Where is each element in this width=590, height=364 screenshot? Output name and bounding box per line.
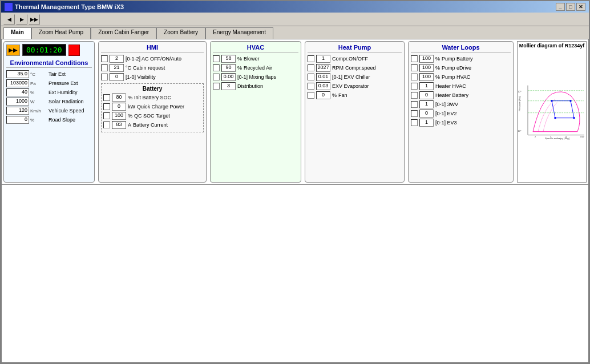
hp-val-3[interactable]: 0.03 <box>316 82 330 90</box>
close-button[interactable]: ✕ <box>576 3 585 11</box>
wl-cb-1[interactable] <box>411 64 418 71</box>
hmi-cb-0[interactable] <box>101 55 108 62</box>
stop-button[interactable] <box>68 45 80 56</box>
hvac-val-0[interactable]: 58 <box>221 55 236 63</box>
bat-cb-2[interactable] <box>103 112 110 119</box>
window-frame: Thermal Management Type BMW iX3 _ □ ✕ ◀ … <box>0 0 590 364</box>
hvac-val-3[interactable]: 3 <box>221 82 236 90</box>
maximize-button[interactable]: □ <box>566 3 575 11</box>
bat-label-2: QC SOC Target <box>134 113 170 119</box>
bat-val-0[interactable]: 80 <box>112 94 126 102</box>
hmi-val-2[interactable]: 0 <box>110 73 124 81</box>
wl-val-6[interactable]: 0 <box>419 110 434 118</box>
env-val-1[interactable]: 103000 <box>6 79 29 87</box>
hvac-row-3: 3 Distribution <box>213 82 298 90</box>
env-val-2[interactable]: 40 <box>6 88 29 96</box>
hvac-panel: HVAC 58 % Blower 90 % Recycled Air 0.00 … <box>210 41 301 183</box>
hp-row-2: 0.01 [0-1] EXV Chiller <box>308 73 402 81</box>
wl-label-7: [0-1] EV3 <box>435 120 457 126</box>
hp-cb-0[interactable] <box>308 55 314 62</box>
wl-cb-3[interactable] <box>411 83 418 90</box>
hvac-unit-0: % <box>237 56 242 62</box>
hp-val-1[interactable]: 2027 <box>316 64 330 72</box>
hvac-cb-1[interactable] <box>213 64 220 71</box>
wl-val-5[interactable]: 1 <box>419 100 434 108</box>
hmi-val-1[interactable]: 21 <box>110 64 124 72</box>
hmi-row-2: 0 [1-0] Visibility <box>101 73 204 81</box>
wl-val-2[interactable]: 100 <box>419 73 434 81</box>
tab-zoom-battery[interactable]: Zoom Battery <box>156 27 205 39</box>
toolbar-btn-1[interactable]: ◀ <box>3 14 15 25</box>
wl-unit-1: % <box>435 65 440 71</box>
svg-point-14 <box>573 117 575 119</box>
hp-cb-2[interactable] <box>308 74 314 80</box>
wl-cb-2[interactable] <box>411 74 418 80</box>
hp-val-4[interactable]: 0 <box>316 91 330 99</box>
tab-zoom-cabin[interactable]: Zoom Cabin Fanger <box>91 27 156 39</box>
hp-cb-1[interactable] <box>308 64 314 71</box>
wl-label-1: Pump eDrive <box>442 65 471 71</box>
bat-cb-1[interactable] <box>103 103 110 110</box>
env-row-2: 40 % Ext Humidity <box>6 88 92 96</box>
top-panels: ▶▶ 00:01:20 Environmental Conditions 35.… <box>2 39 588 185</box>
hp-cb-3[interactable] <box>308 83 314 90</box>
hvac-label-0: Blower <box>244 56 260 62</box>
hp-row-3: 0.03 EXV Evaporator <box>308 82 402 90</box>
wl-cb-4[interactable] <box>411 92 418 99</box>
hvac-val-2[interactable]: 0.00 <box>221 73 236 81</box>
tab-bar: Main Zoom Heat Pump Zoom Cabin Fanger Zo… <box>1 26 589 39</box>
hvac-cb-3[interactable] <box>213 83 220 90</box>
toolbar-btn-3[interactable]: ▶▶ <box>29 14 40 25</box>
wl-label-5: [0-1] 3WV <box>435 102 458 107</box>
wl-val-1[interactable]: 100 <box>419 64 434 72</box>
play-pause-button[interactable]: ▶▶ <box>6 45 20 56</box>
hp-val-2[interactable]: 0.01 <box>316 73 330 81</box>
minimize-button[interactable]: _ <box>556 3 565 11</box>
tab-energy[interactable]: Energy Management <box>205 27 273 39</box>
hmi-val-0[interactable]: 2 <box>110 55 124 63</box>
tab-main[interactable]: Main <box>3 27 31 39</box>
env-val-3[interactable]: 1000 <box>6 98 29 106</box>
wl-val-0[interactable]: 100 <box>419 55 434 63</box>
hvac-cb-2[interactable] <box>213 74 220 80</box>
tab-zoom-heat-pump[interactable]: Zoom Heat Pump <box>31 27 91 39</box>
wl-val-3[interactable]: 1 <box>419 82 434 90</box>
bat-val-3[interactable]: 83 <box>112 121 126 129</box>
hmi-label-1: °C <box>126 65 131 71</box>
bat-row-2: 100 % QC SOC Target <box>103 112 201 120</box>
hvac-cb-0[interactable] <box>213 55 220 62</box>
bat-cb-0[interactable] <box>103 94 110 101</box>
toolbar-btn-2[interactable]: ▶ <box>16 14 27 25</box>
wl-cb-7[interactable] <box>411 119 418 126</box>
hvac-title: HVAC <box>213 44 298 52</box>
env-unit-0: °C <box>30 72 47 77</box>
wl-label-3: Heater HVAC <box>435 83 466 89</box>
hvac-val-1[interactable]: 90 <box>221 64 236 72</box>
wl-title: Water Loops <box>411 44 511 52</box>
wl-val-7[interactable]: 1 <box>419 119 434 127</box>
bat-cb-3[interactable] <box>103 122 110 128</box>
wl-val-4[interactable]: 0 <box>419 91 434 99</box>
hmi-cb-1[interactable] <box>101 64 108 71</box>
hvac-row-2: 0.00 [0-1] Mixing flaps <box>213 73 298 81</box>
hp-val-0[interactable]: 1 <box>316 55 330 63</box>
hmi-row-1: 21 °C Cabin request <box>101 64 204 72</box>
env-val-5[interactable]: 0 <box>6 116 29 124</box>
bat-val-1[interactable]: 0 <box>112 103 126 111</box>
hmi-title: HMI <box>101 44 204 52</box>
wl-cb-5[interactable] <box>411 101 418 108</box>
bat-val-2[interactable]: 100 <box>112 112 126 120</box>
env-val-4[interactable]: 120 <box>6 107 29 115</box>
wl-cb-6[interactable] <box>411 110 418 117</box>
hp-label-2: [0-1] EXV Chiller <box>332 74 370 80</box>
env-panel: ▶▶ 00:01:20 Environmental Conditions 35.… <box>3 41 95 183</box>
hvac-unit-1: % <box>237 65 242 71</box>
hvac-label-2: [0-1] Mixing flaps <box>237 74 276 80</box>
hmi-cb-2[interactable] <box>101 74 108 80</box>
bat-label-1: Quick Charge Power <box>137 104 184 110</box>
wl-row-0: 100 % Pump Battery <box>411 55 511 63</box>
wl-cb-0[interactable] <box>411 55 418 62</box>
wl-label-2: Pump HVAC <box>442 74 470 80</box>
env-val-0[interactable]: 35.0 <box>6 70 29 78</box>
hp-cb-4[interactable] <box>308 92 314 99</box>
